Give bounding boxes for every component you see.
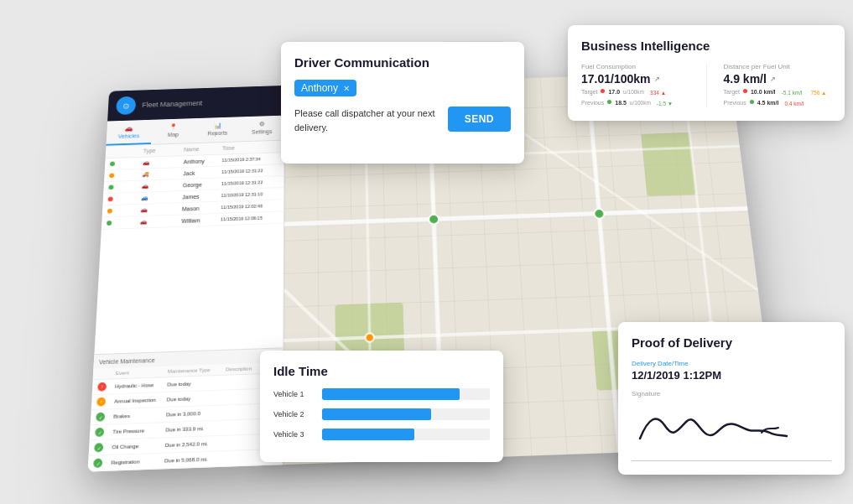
sidebar: ⊙ Fleet Management 🚗 Vehicles 📍 Map 📊 Re… bbox=[87, 85, 284, 471]
pod-title: Proof of Delivery bbox=[632, 335, 831, 350]
bi-fuel-target-label: Target bbox=[581, 89, 597, 96]
maintenance-status-4: ✓ bbox=[94, 443, 103, 452]
vehicle-name-2: George bbox=[182, 180, 221, 187]
bi-fuel-number: 17.01/100km bbox=[581, 72, 651, 86]
vehicle-time-3: 11/10/2019 12:31:10 bbox=[221, 190, 278, 197]
col-name: Name bbox=[184, 145, 222, 152]
vehicle-time-2: 11/15/2019 12:31:22 bbox=[221, 179, 278, 185]
nav-settings-label: Settings bbox=[242, 128, 280, 135]
nav-vehicles-label: Vehicles bbox=[109, 132, 148, 139]
m-col-event: Event bbox=[115, 368, 167, 375]
bi-dist-target-val: 10.0 km/l bbox=[751, 89, 776, 96]
fuel-target-dot bbox=[601, 89, 605, 93]
idle-bar-label-1: Vehicle 2 bbox=[273, 410, 315, 418]
proof-of-delivery-card: Proof of Delivery Delivery Date/Time 12/… bbox=[618, 322, 845, 475]
signature bbox=[632, 401, 831, 461]
idle-bar-row-0: Vehicle 1 bbox=[273, 388, 490, 400]
vehicle-type-0: 🚗 bbox=[142, 158, 183, 165]
svg-point-14 bbox=[429, 214, 439, 224]
idle-bars: Vehicle 1 Vehicle 2 Vehicle 3 bbox=[273, 388, 490, 440]
maintenance-due-2: Due in 3,000.0 bbox=[166, 409, 225, 417]
bi-metric-distance: Distance per Fuel Unit 4.9 km/l ↗ Target… bbox=[724, 63, 832, 107]
idle-bar-fill-0 bbox=[322, 388, 460, 400]
scene: ⊙ Fleet Management 🚗 Vehicles 📍 Map 📊 Re… bbox=[0, 0, 853, 504]
app-name: Fleet Management bbox=[142, 99, 202, 108]
send-button[interactable]: SEND bbox=[448, 107, 511, 132]
dist-target-change: -5.1 km/l bbox=[779, 89, 805, 96]
maintenance-event-4: Oil Change bbox=[112, 442, 165, 449]
fuel-prev-change: -1.5 ▼ bbox=[654, 100, 675, 107]
vehicle-time-1: 11/15/2019 12:31:22 bbox=[221, 167, 278, 174]
bi-fuel-target-val: 17.0 bbox=[608, 89, 620, 96]
driver-comm-title: Driver Communication bbox=[294, 55, 511, 70]
idle-bar-row-1: Vehicle 2 bbox=[273, 408, 490, 420]
sidebar-nav-map[interactable]: 📍 Map bbox=[150, 118, 195, 144]
driver-communication-card: Driver Communication Anthony ✕ Please ca… bbox=[281, 42, 524, 164]
idle-title: Idle Time bbox=[273, 364, 490, 378]
sidebar-nav-reports[interactable]: 📊 Reports bbox=[195, 117, 240, 143]
vehicle-time-5: 11/15/2019 12:06:15 bbox=[220, 215, 278, 221]
dist-trend-icon: ↗ bbox=[770, 75, 776, 83]
idle-bar-track-1 bbox=[322, 408, 490, 420]
nav-reports-label: Reports bbox=[198, 129, 236, 136]
svg-line-4 bbox=[284, 208, 747, 224]
fuel-trend-icon: ↗ bbox=[654, 75, 660, 83]
vehicle-name-3: James bbox=[182, 192, 221, 199]
bi-dist-label: Distance per Fuel Unit bbox=[724, 63, 832, 70]
bi-dist-prev-row: Previous 4.5 km/l 0.4 km/l bbox=[724, 100, 832, 107]
maintenance-event-1: Annual Inspection bbox=[114, 397, 167, 404]
maintenance-status-3: ✓ bbox=[95, 427, 104, 436]
idle-bar-label-2: Vehicle 3 bbox=[273, 430, 315, 439]
svg-point-17 bbox=[365, 333, 373, 342]
idle-bar-row-2: Vehicle 3 bbox=[273, 429, 490, 440]
idle-bar-track-2 bbox=[322, 429, 490, 440]
maintenance-status-5: ✓ bbox=[93, 458, 102, 467]
status-dot-0 bbox=[109, 161, 114, 166]
svg-rect-2 bbox=[641, 132, 696, 195]
recipient-tag[interactable]: Anthony ✕ bbox=[294, 80, 356, 96]
vehicle-name-5: William bbox=[181, 216, 221, 223]
bi-title: Business Intelligence bbox=[581, 39, 831, 53]
sidebar-nav-settings[interactable]: ⚙ Settings bbox=[239, 115, 283, 141]
recipient-name: Anthony bbox=[301, 82, 338, 94]
bi-fuel-target-row: Target 17.0 u/100km 334 ▲ bbox=[581, 89, 689, 96]
svg-point-15 bbox=[594, 208, 605, 218]
dist-target-dot bbox=[743, 89, 747, 93]
status-dot-1 bbox=[109, 173, 114, 178]
idle-time-card: Idle Time Vehicle 1 Vehicle 2 Vehicle 3 bbox=[260, 351, 503, 462]
pod-sig-label: Signature bbox=[632, 390, 831, 397]
maintenance-title: Vehicle Maintenance bbox=[98, 356, 154, 365]
remove-recipient-icon[interactable]: ✕ bbox=[343, 84, 350, 93]
vehicle-name-1: Jack bbox=[183, 169, 221, 175]
vehicle-name-0: Anthony bbox=[183, 157, 221, 164]
idle-bar-label-0: Vehicle 1 bbox=[273, 390, 315, 398]
nav-map-label: Map bbox=[153, 131, 191, 138]
sidebar-nav-vehicles[interactable]: 🚗 Vehicles bbox=[106, 119, 151, 145]
pod-date-label: Delivery Date/Time bbox=[632, 360, 831, 367]
bi-metric-fuel: Fuel Consumption 17.01/100km ↗ Target 17… bbox=[581, 63, 689, 107]
bi-fuel-prev-val: 18.5 bbox=[615, 100, 627, 107]
status-dot-3 bbox=[107, 196, 112, 201]
fuel-prev-unit: u/100km bbox=[630, 100, 651, 107]
m-col-status bbox=[98, 370, 116, 376]
col-time: Time bbox=[221, 143, 278, 151]
bi-divider bbox=[706, 63, 707, 107]
maintenance-event-3: Tire Pressure bbox=[112, 427, 165, 434]
maintenance-status-0: ! bbox=[97, 382, 107, 391]
bi-fuel-label: Fuel Consumption bbox=[581, 63, 689, 70]
maintenance-status-2: ✓ bbox=[96, 412, 105, 421]
bi-metrics: Fuel Consumption 17.01/100km ↗ Target 17… bbox=[581, 63, 831, 107]
fuel-prev-dot bbox=[607, 100, 611, 104]
fuel-target-change: 334 ▲ bbox=[648, 89, 668, 96]
vehicle-name-4: Mason bbox=[181, 204, 221, 210]
col-type: Type bbox=[143, 147, 184, 153]
vehicle-time-4: 11/15/2019 12:02:46 bbox=[221, 203, 278, 210]
maintenance-section: Vehicle Maintenance 🔍 Event Maintenance … bbox=[87, 347, 283, 471]
bi-fuel-value: 17.01/100km ↗ bbox=[581, 72, 689, 86]
status-dot-4 bbox=[107, 208, 112, 213]
idle-bar-track-0 bbox=[322, 388, 490, 400]
bi-dist-target-row: Target 10.0 km/l -5.1 km/l 756 ▲ bbox=[724, 89, 832, 96]
vehicle-type-5: 🚗 bbox=[139, 217, 181, 225]
svg-line-7 bbox=[587, 75, 619, 452]
maintenance-event-2: Brakes bbox=[113, 412, 166, 419]
